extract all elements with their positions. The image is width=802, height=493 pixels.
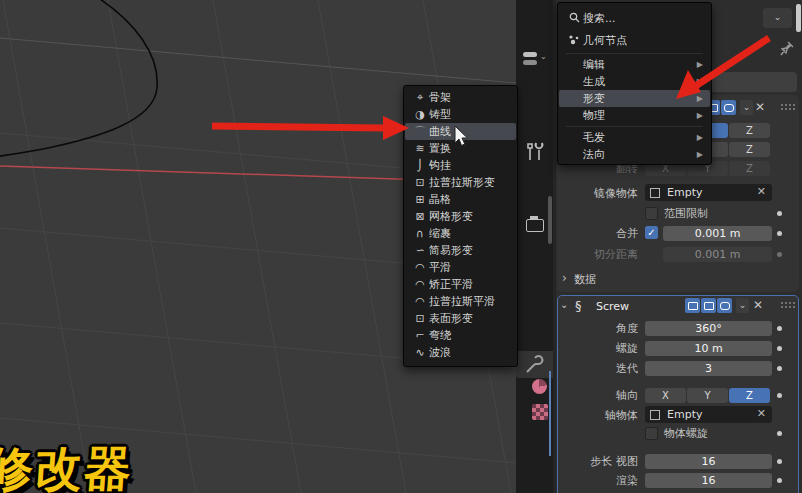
menu-item-search[interactable]: 搜索... [559, 10, 710, 27]
screw-realtime-toggle[interactable] [701, 298, 716, 313]
render-display-toggle[interactable] [721, 100, 736, 115]
bisect-animate-dot[interactable] [777, 252, 782, 257]
menu-item-warp[interactable]: ⌐弯绕 [405, 327, 516, 344]
render-steps-label: 渲染 [545, 473, 638, 488]
properties-editor-icon [523, 52, 537, 57]
laplacian-smooth-icon: ◠ [405, 295, 429, 308]
menu-item-edit[interactable]: 编辑 ▶ [559, 56, 710, 73]
iterations-animate-dot[interactable] [777, 366, 782, 371]
pin-icon[interactable] [777, 39, 797, 59]
mirror-object-label: 镜像物体 [540, 185, 638, 202]
panel-options-button[interactable]: ⌄ [763, 8, 792, 28]
steps-viewport-label: 步长 视图 [545, 454, 638, 469]
modifier-extras-button[interactable]: ⌄ [740, 100, 753, 115]
mirror-axis-z-button[interactable]: Z [729, 123, 770, 138]
axis-animate-dot[interactable] [777, 393, 782, 398]
camera-icon [724, 104, 734, 112]
clear-axis-object-icon[interactable]: ✕ [757, 407, 766, 420]
menu-item-shrinkwrap[interactable]: ∩缩裹 [405, 225, 516, 242]
panel-scrollbar-thumb[interactable] [796, 4, 801, 32]
menu-item-curve[interactable]: ⌒曲线 [405, 123, 516, 140]
submenu-arrow-icon: ▶ [697, 111, 710, 120]
menu-item-hair[interactable]: 毛发 ▶ [559, 129, 710, 146]
menu-item-mesh-deform[interactable]: ⊠网格形变 [405, 208, 516, 225]
submenu-arrow-icon: ▶ [697, 133, 710, 142]
drag-handle-icon[interactable] [781, 104, 796, 112]
angle-animate-dot[interactable] [777, 326, 782, 331]
menu-item-surface-deform[interactable]: ⊡表面形变 [405, 310, 516, 327]
mirror-object-value: Empty [667, 186, 702, 199]
screw-axis-z-button[interactable]: Z [729, 388, 770, 403]
screw-modifier-icon: § [575, 298, 582, 313]
object-screw-animate-dot[interactable] [777, 431, 782, 436]
screw-field[interactable]: 10 m [645, 341, 772, 356]
menu-item-corrective-smooth[interactable]: ◠矫正平滑 [405, 276, 516, 293]
mirror-object-field[interactable]: Empty ✕ [645, 184, 772, 201]
lattice-icon: ⊞ [405, 193, 429, 206]
wave-icon: ∿ [405, 346, 429, 359]
menu-item-normals[interactable]: 法向 ▶ [559, 146, 710, 163]
screw-axis-y-button[interactable]: Y [687, 388, 728, 403]
screw-render-toggle[interactable] [717, 298, 732, 313]
clear-object-icon[interactable]: ✕ [757, 185, 766, 198]
steps-animate-dot[interactable] [777, 459, 782, 464]
merge-threshold-field[interactable]: 0.001 m [663, 226, 772, 241]
screw-extras-button[interactable]: ⌄ [736, 298, 749, 313]
blender-window: 修改器 ⌄ ⌄ ⌄ ✕ [0, 0, 802, 493]
object-screw-checkbox[interactable] [645, 427, 658, 440]
laplacian-deform-icon: ⊡ [405, 176, 429, 189]
flip-z-button[interactable]: Z [729, 161, 770, 176]
screw-drag-handle-icon[interactable] [781, 302, 796, 310]
submenu-arrow-icon: ▶ [697, 94, 710, 103]
curve-icon: ⌒ [405, 124, 429, 139]
merge-animate-dot[interactable] [777, 231, 782, 236]
menu-item-cast[interactable]: ◑铸型 [405, 106, 516, 123]
armature-icon: ⌖ [405, 91, 429, 104]
simple-deform-icon: ∽ [405, 244, 429, 257]
axis-object-field[interactable]: Empty ✕ [645, 406, 772, 423]
data-section-header[interactable]: 数据 [574, 272, 596, 287]
menu-item-displace[interactable]: ≋置换 [405, 140, 516, 157]
steps-viewport-field[interactable]: 16 [645, 454, 772, 469]
axis-label: 轴向 [545, 388, 638, 403]
screw-axis-x-button[interactable]: X [645, 388, 686, 403]
clipping-checkbox[interactable] [645, 207, 658, 220]
axis-object-label: 轴物体 [545, 407, 638, 424]
mirror-bisect-z-button[interactable]: Z [729, 142, 770, 157]
menu-item-armature[interactable]: ⌖骨架 [405, 89, 516, 106]
screw-edit-mode-toggle[interactable] [685, 298, 700, 313]
menu-item-wave[interactable]: ∿波浪 [405, 344, 516, 361]
editor-type-button[interactable]: ⌄ [521, 48, 551, 74]
menu-item-hook[interactable]: ⌡钩挂 [405, 157, 516, 174]
menu-item-simple-deform[interactable]: ∽简易形变 [405, 242, 516, 259]
menu-item-physics[interactable]: 物理 ▶ [559, 107, 710, 124]
clipping-label: 范围限制 [664, 207, 708, 221]
menu-item-geometry-nodes[interactable]: 几何节点 [559, 32, 710, 49]
wrench-icon [522, 353, 546, 377]
screw-label: 螺旋 [545, 341, 638, 356]
bisect-distance-field[interactable]: 0.001 m [663, 247, 772, 262]
merge-checkbox[interactable]: ✓ [645, 226, 658, 239]
render-steps-field[interactable]: 16 [645, 473, 772, 488]
clipping-animate-dot[interactable] [777, 211, 782, 216]
close-screw-modifier-icon[interactable]: ✕ [753, 298, 763, 313]
render-animate-dot[interactable] [777, 478, 782, 483]
warp-icon: ⌐ [405, 329, 429, 342]
menu-item-laplacian-deform[interactable]: ⊡拉普拉斯形变 [405, 174, 516, 191]
hook-icon: ⌡ [405, 159, 429, 172]
modifier-name-field[interactable]: Screw [596, 300, 629, 313]
edit-mode-icon [688, 302, 698, 310]
expand-panel-icon[interactable]: ⌄ [560, 299, 568, 310]
monitor-icon [704, 302, 714, 310]
menu-item-deform[interactable]: 形变 ▶ [559, 90, 710, 107]
menu-item-smooth[interactable]: ◠平滑 [405, 259, 516, 276]
menu-item-lattice[interactable]: ⊞晶格 [405, 191, 516, 208]
menu-item-laplacian-smooth[interactable]: ◠拉普拉斯平滑 [405, 293, 516, 310]
merge-label: 合并 [540, 226, 638, 241]
angle-field[interactable]: 360° [645, 321, 772, 336]
smooth-icon: ◠ [405, 261, 429, 274]
screw-animate-dot[interactable] [777, 346, 782, 351]
iterations-field[interactable]: 3 [645, 361, 772, 376]
menu-item-generate[interactable]: 生成 ▶ [559, 73, 710, 90]
close-modifier-icon[interactable]: ✕ [755, 100, 765, 115]
